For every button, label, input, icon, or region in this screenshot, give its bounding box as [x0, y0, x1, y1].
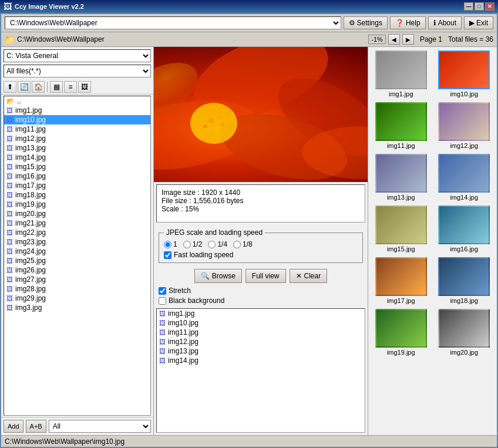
full-view-button[interactable]: Full view — [245, 269, 286, 283]
file-list-item[interactable]: 🖼img17.jpg — [4, 181, 150, 190]
center-panel: Image size : 1920 x 1440 File size : 1,5… — [154, 47, 368, 435]
stretch-option[interactable]: Stretch — [159, 287, 363, 295]
prev-page-button[interactable]: ◀ — [388, 34, 400, 45]
playlist-item[interactable]: 🖼img13.jpg — [157, 346, 365, 356]
scale2-option[interactable]: 1/2 — [183, 240, 203, 248]
toolbar: C:\Windows\Web\Wallpaper ⚙ Settings ❓ He… — [1, 14, 497, 32]
file-list-item[interactable]: 🖼img12.jpg — [4, 134, 150, 143]
file-list-item[interactable]: 🖼img28.jpg — [4, 284, 150, 294]
scale2-radio[interactable] — [183, 241, 191, 248]
file-list-item[interactable]: 🖼img21.jpg — [4, 218, 150, 228]
file-list-item[interactable]: 🖼img20.jpg — [4, 209, 150, 218]
black-bg-checkbox[interactable] — [159, 297, 166, 305]
scale1-option[interactable]: 1 — [164, 240, 177, 248]
path-combo[interactable]: C:\Windows\Web\Wallpaper — [5, 16, 341, 29]
fast-loading-row: Fast loading speed — [164, 251, 358, 259]
drive-selector[interactable]: C: Vista General — [4, 49, 151, 62]
file-name-label: img1.jpg — [15, 106, 42, 114]
file-list-item[interactable]: 🖼img22.jpg — [4, 228, 150, 237]
fast-loading-checkbox[interactable] — [164, 251, 171, 259]
grid-view-button[interactable]: ▦ — [50, 81, 63, 93]
black-bg-option[interactable]: Black background — [159, 297, 363, 305]
thumbnail-item[interactable]: img12.jpg — [434, 101, 495, 150]
next-page-button[interactable]: ▶ — [402, 34, 414, 45]
playlist-item[interactable]: 🖼img14.jpg — [157, 356, 365, 365]
help-button[interactable]: ❓ Help — [390, 16, 426, 29]
scale-label: Scale : 15% — [161, 205, 360, 213]
thumbnail-item[interactable]: img14.jpg — [434, 153, 495, 202]
thumbnail-item[interactable]: img18.jpg — [434, 256, 495, 305]
jpeg-options: JPEG scale and loading speed 1 1/2 1/ — [159, 228, 363, 263]
file-list-item[interactable]: 🖼img25.jpg — [4, 256, 150, 265]
clear-button[interactable]: ✕ Clear — [290, 269, 328, 283]
window-controls: — □ ✕ — [464, 2, 494, 11]
thumbnail-item[interactable]: img19.jpg — [371, 308, 432, 357]
home-button[interactable]: 🏠 — [32, 81, 45, 93]
playlist-item-label: img14.jpg — [168, 356, 198, 365]
left-panel: C: Vista General All files(*.*) ⬆ 🔄 🏠 ▦ … — [1, 47, 154, 435]
file-name-label: img23.jpg — [15, 238, 46, 246]
thumbnail-item[interactable]: img17.jpg — [371, 256, 432, 305]
file-icon: 🖼 — [6, 220, 13, 227]
clear-icon: ✕ — [296, 272, 302, 280]
detail-view-button[interactable]: 🖼 — [78, 81, 91, 93]
file-list-item[interactable]: 🖼img14.jpg — [4, 153, 150, 162]
file-list-item[interactable]: 🖼img15.jpg — [4, 162, 150, 171]
scale1-radio[interactable] — [164, 241, 171, 248]
up-dir-button[interactable]: ⬆ — [4, 81, 16, 93]
filter-selector[interactable]: All files(*.*) — [4, 65, 151, 78]
folder-icon: 📂 — [6, 97, 15, 105]
file-list-item[interactable]: 🖼img1.jpg — [4, 106, 150, 115]
add-plus-button[interactable]: A+B — [26, 420, 46, 433]
playlist[interactable]: 🖼img1.jpg🖼img10.jpg🖼img11.jpg🖼img12.jpg🖼… — [156, 308, 365, 433]
minimize-button[interactable]: — — [464, 2, 473, 11]
about-button[interactable]: ℹ About — [428, 16, 462, 29]
file-list-item[interactable]: 🖼img11.jpg — [4, 124, 150, 134]
file-list-item[interactable]: 🖼img27.jpg — [4, 275, 150, 284]
settings-button[interactable]: ⚙ Settings — [344, 16, 388, 29]
add-button[interactable]: Add — [4, 420, 23, 433]
file-list-item[interactable]: 📂.. — [4, 96, 150, 106]
scale8-radio[interactable] — [233, 241, 241, 248]
thumbnail-item[interactable]: img1.jpg — [371, 49, 432, 99]
file-list-item[interactable]: 🖼img24.jpg — [4, 247, 150, 256]
thumbnail-item[interactable]: img11.jpg — [371, 101, 432, 150]
help-icon: ❓ — [395, 19, 404, 27]
scale8-option[interactable]: 1/8 — [233, 240, 253, 248]
file-list-item[interactable]: 🖼img19.jpg — [4, 200, 150, 209]
file-list-item[interactable]: 🖼img16.jpg — [4, 171, 150, 181]
thumbnail-image — [375, 154, 427, 193]
file-list-item[interactable]: 🖼img18.jpg — [4, 190, 150, 200]
playlist-item[interactable]: 🖼img10.jpg — [157, 318, 365, 328]
thumbnail-item[interactable]: img13.jpg — [371, 153, 432, 202]
thumbnail-item[interactable]: img20.jpg — [434, 308, 495, 357]
thumbnail-item[interactable]: img15.jpg — [371, 204, 432, 254]
file-icon: 🖼 — [6, 107, 13, 114]
thumbnail-item[interactable]: img16.jpg — [434, 204, 495, 254]
file-list-item[interactable]: 🖼img23.jpg — [4, 237, 150, 247]
file-list-item[interactable]: 🖼img26.jpg — [4, 265, 150, 275]
stretch-checkbox[interactable] — [159, 287, 166, 295]
playlist-item[interactable]: 🖼img12.jpg — [157, 337, 365, 346]
maximize-button[interactable]: □ — [475, 2, 484, 11]
file-icon: 🖼 — [6, 144, 13, 151]
thumbnail-label: img11.jpg — [387, 142, 415, 149]
close-button[interactable]: ✕ — [485, 2, 494, 11]
file-name-label: img16.jpg — [15, 172, 46, 180]
browse-button[interactable]: 🔍 Browse — [194, 269, 242, 283]
playlist-item[interactable]: 🖼img11.jpg — [157, 328, 365, 337]
file-list-item[interactable]: 🖼img29.jpg — [4, 294, 150, 303]
scale4-radio[interactable] — [208, 241, 216, 248]
scale4-option[interactable]: 1/4 — [208, 240, 227, 248]
file-list-item[interactable]: 🖼img10.jpg — [4, 115, 150, 124]
file-list[interactable]: 📂..🖼img1.jpg🖼img10.jpg🖼img11.jpg🖼img12.j… — [4, 96, 151, 416]
thumbnail-item[interactable]: img10.jpg — [434, 49, 495, 99]
file-list-item[interactable]: 🖼img3.jpg — [4, 303, 150, 312]
refresh-button[interactable]: 🔄 — [18, 81, 31, 93]
exit-button[interactable]: ▶ Exit — [464, 16, 493, 29]
file-list-item[interactable]: 🖼img13.jpg — [4, 143, 150, 153]
list-view-button[interactable]: ≡ — [64, 81, 77, 93]
playlist-item[interactable]: 🖼img1.jpg — [157, 309, 365, 318]
filter-input[interactable]: All — [49, 420, 151, 433]
status-text: C:\Windows\Web\Wallpaper\img10.jpg — [5, 437, 124, 446]
